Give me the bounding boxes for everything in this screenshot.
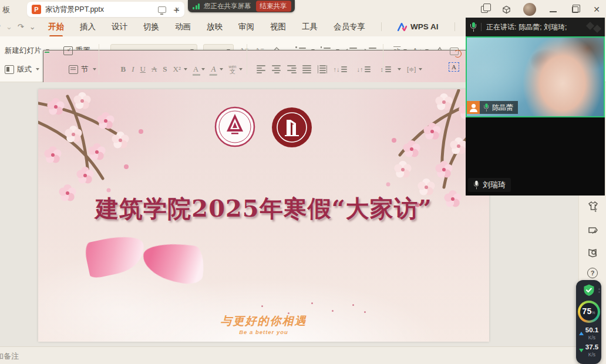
titlebar-partial-text: 板: [2, 5, 10, 15]
wps-ai-logo-icon: [398, 23, 407, 31]
close-window-button[interactable]: ✕: [592, 5, 601, 14]
tab-design[interactable]: 设计: [112, 22, 127, 32]
new-slide-button[interactable]: 新建幻灯片: [5, 46, 49, 56]
participant2-mic-icon: [474, 181, 479, 189]
download-speed: 37.5 K/s: [579, 344, 598, 357]
minimize-button[interactable]: [548, 5, 558, 14]
video-feed-participant2[interactable]: 刘瑞琦: [466, 117, 605, 196]
tab-slideshow[interactable]: 放映: [207, 22, 223, 32]
new-tab-button[interactable]: ＋: [171, 3, 181, 16]
line-spacing-down-button[interactable]: ↓↑: [356, 66, 374, 73]
app-window: 板 P 家访背景PPT.pptx ✕ ＋ 您正在共享屏幕 结束共享 ✕ ↶: [0, 0, 606, 364]
video-call-panel: 正在讲话: 陈晶蕾; 刘瑞琦; 陈晶蕾 刘瑞琦: [466, 18, 605, 196]
tab-animation[interactable]: 动画: [175, 22, 191, 32]
pinyin-guide-button[interactable]: wén 文: [229, 65, 243, 75]
align-center-button[interactable]: [272, 65, 281, 73]
notes-bar[interactable]: 加备注: [0, 346, 578, 364]
tab-review[interactable]: 审阅: [238, 22, 254, 32]
ppt-file-icon: P: [32, 5, 41, 14]
highlight-color-button[interactable]: A: [211, 65, 223, 74]
strikethrough-button[interactable]: A: [152, 65, 157, 74]
participant2-name: 刘瑞琦: [483, 180, 506, 190]
italic-button[interactable]: I: [132, 65, 134, 74]
slide[interactable]: 建筑学院2025年寒假“大家访” 与更好的你相遇 Be a better you: [38, 89, 489, 342]
tab-home[interactable]: 开始: [48, 22, 64, 32]
university-logo: [214, 106, 256, 148]
logo-row: [38, 106, 489, 149]
speaking-names: 陈晶蕾; 刘瑞琦;: [519, 22, 567, 32]
present-monitor-icon[interactable]: [158, 6, 166, 13]
titlebar: 板 P 家访背景PPT.pptx ✕ ＋ 您正在共享屏幕 结束共享 ✕: [0, 0, 606, 17]
distribute-button[interactable]: [318, 65, 327, 73]
user-avatar[interactable]: [523, 3, 536, 16]
layout-icon: [5, 65, 14, 74]
document-tab[interactable]: P 家访背景PPT.pptx ✕: [27, 2, 184, 17]
screen-share-banner: 您正在共享屏幕 结束共享: [188, 0, 295, 12]
cube-icon[interactable]: [501, 5, 511, 14]
video-feed-active-speaker[interactable]: 陈晶蕾: [466, 36, 605, 117]
call-header[interactable]: 正在讲话: 陈晶蕾; 刘瑞琦;: [466, 18, 605, 36]
superscript-button[interactable]: X²: [173, 65, 187, 74]
quick-access-toolbar: ↶ ⌄ ↷ ⌄: [0, 22, 48, 31]
layout-button[interactable]: 版式: [5, 65, 39, 75]
slide-title[interactable]: 建筑学院2025年寒假“大家访”: [38, 193, 489, 225]
end-share-button[interactable]: 结束共享: [256, 1, 291, 12]
host-badge-icon: [467, 101, 480, 114]
help-icon[interactable]: ?: [587, 268, 599, 279]
align-left-button[interactable]: [257, 65, 266, 73]
undo-chevron-icon[interactable]: ⌄: [6, 22, 12, 31]
share-status-text: 您正在共享屏幕: [204, 2, 251, 11]
notes-label[interactable]: 加备注: [0, 351, 19, 362]
workspace-switch-icon[interactable]: [481, 6, 488, 13]
font-color-button[interactable]: A: [193, 65, 205, 74]
reset-icon: [63, 46, 73, 55]
upload-speed: 50.1 K/s: [579, 327, 598, 340]
paragraph-spacing-button[interactable]: [≑]: [407, 66, 422, 73]
speaking-label: 正在讲话:: [486, 22, 516, 32]
justify-button[interactable]: [302, 65, 312, 73]
recolor-shape-icon[interactable]: [450, 48, 459, 55]
align-right-button[interactable]: [287, 65, 297, 73]
section-icon: [69, 65, 78, 74]
redo-icon[interactable]: ↷: [18, 22, 24, 31]
participant1-mic-icon: [484, 103, 489, 112]
underline-button[interactable]: U: [140, 65, 146, 74]
redo-chevron-icon[interactable]: ⌄: [29, 22, 36, 31]
menu-tabs: 开始 插入 设计 切换 动画 放映 审阅 视图 工具 会员专享 WPS AI: [48, 22, 478, 32]
restore-button[interactable]: [570, 5, 580, 14]
participant1-name: 陈晶蕾: [492, 103, 513, 113]
gauge-percent: 75: [583, 307, 592, 315]
participant2-video: [514, 117, 561, 196]
undo-icon[interactable]: ↶: [0, 22, 1, 31]
line-spacing-up-button[interactable]: ↑↓: [333, 66, 351, 73]
tab-transition[interactable]: 切换: [143, 22, 159, 32]
skin-theme-icon[interactable]: [587, 200, 599, 212]
textbox-tool-icon[interactable]: A: [449, 62, 459, 72]
petal-illustration-left: [83, 231, 149, 279]
tab-view[interactable]: 视图: [270, 22, 286, 32]
tab-tools[interactable]: 工具: [302, 22, 318, 32]
upload-arrow-icon: [579, 332, 584, 335]
speaking-mic-icon: [470, 22, 476, 32]
reference-search-icon[interactable]: [587, 247, 599, 259]
tab-membership[interactable]: 会员专享: [334, 22, 365, 32]
tab-insert[interactable]: 插入: [80, 22, 96, 32]
window-controls: ✕: [480, 3, 601, 16]
petal-illustration-right: [140, 239, 207, 286]
security-net-widget[interactable]: 75 % 50.1 K/s 37.5 K/s: [576, 280, 601, 364]
performance-gauge: 75 %: [578, 301, 600, 323]
college-logo: [270, 106, 314, 149]
download-arrow-icon: [579, 349, 584, 352]
signal-bars-icon: [193, 4, 200, 9]
document-tab-title: 家访背景PPT.pptx: [45, 5, 158, 15]
shield-check-icon: [583, 284, 595, 296]
section-button[interactable]: 节: [69, 65, 96, 75]
bold-button[interactable]: B: [121, 65, 126, 74]
slide-tagline-cn[interactable]: 与更好的你相遇: [38, 314, 489, 329]
signature-tool-icon[interactable]: [587, 225, 599, 237]
text-shadow-button[interactable]: S: [163, 65, 167, 74]
wps-ai-button[interactable]: WPS AI: [398, 22, 439, 31]
meeting-logo-watermark: [587, 23, 600, 32]
slide-tagline-en[interactable]: Be a better you: [38, 329, 489, 335]
